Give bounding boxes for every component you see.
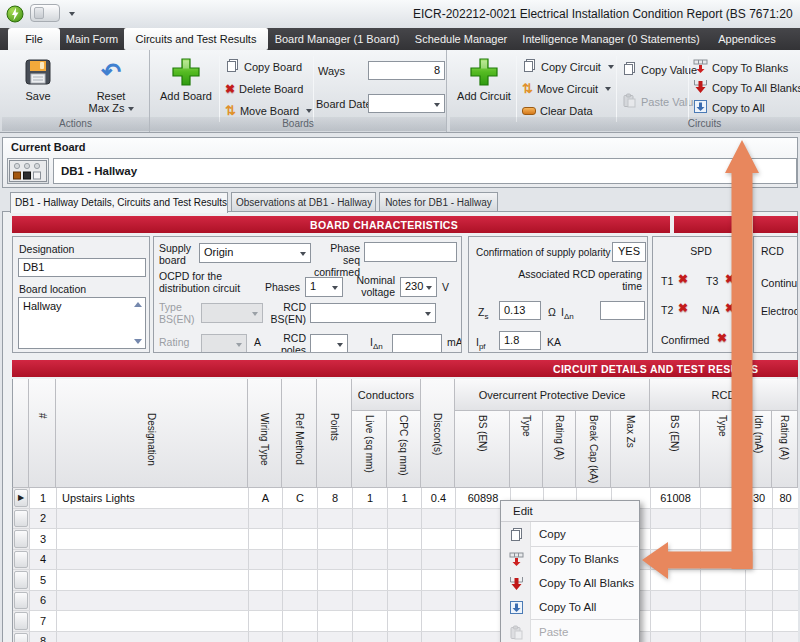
cell-rcd-idn[interactable] — [746, 591, 773, 611]
cell-rcd-type[interactable] — [701, 632, 746, 642]
cell-wiring-type[interactable] — [249, 591, 283, 611]
copy-to-all-button[interactable]: Copy to All — [693, 98, 765, 117]
ways-input[interactable]: 8 — [368, 61, 445, 80]
cell-ref-method[interactable] — [283, 591, 318, 611]
cell-designation[interactable] — [57, 550, 249, 570]
cell-wiring-type[interactable] — [249, 529, 283, 549]
cell-rcd-bs-en[interactable] — [651, 550, 701, 570]
copy-value-button[interactable]: Copy Value — [622, 60, 697, 79]
menu-item-copy[interactable]: Copy — [501, 522, 639, 546]
cell-rcd-rating[interactable] — [773, 632, 798, 642]
cell-ref-method[interactable] — [283, 529, 318, 549]
nominal-voltage-combo[interactable]: 230 — [400, 277, 437, 297]
cell-designation[interactable] — [57, 591, 249, 611]
zs-input[interactable]: 0.13 — [499, 301, 541, 320]
cell-rcd-type[interactable] — [701, 570, 746, 590]
idn-input[interactable] — [392, 334, 442, 353]
cell-wiring-type[interactable] — [249, 611, 283, 631]
board-icon[interactable] — [7, 158, 49, 184]
header-ops-bs-en[interactable]: BS (EN) — [455, 411, 510, 488]
spd-t3-mark-icon[interactable]: ✖ — [725, 273, 735, 285]
cell-rcd-bs-en[interactable] — [651, 509, 701, 529]
menu-item-edit[interactable]: Edit — [501, 501, 639, 522]
spd-na-mark-icon[interactable]: ✖ — [725, 302, 735, 314]
cell-wiring-type[interactable] — [249, 632, 283, 642]
cell-rcd-idn[interactable] — [746, 529, 773, 549]
cell-designation[interactable]: Upstairs Lights — [57, 488, 249, 508]
cell-cpc[interactable] — [388, 611, 422, 631]
cell-points[interactable] — [318, 509, 353, 529]
polarity-input[interactable]: YES — [612, 242, 646, 262]
spd-confirmed-mark-icon[interactable]: ✖ — [717, 332, 727, 344]
header-rcd-rating[interactable]: Rating (A) — [772, 411, 798, 488]
scroll-up-icon[interactable] — [134, 302, 142, 307]
header-ref-method[interactable]: Ref Method — [282, 379, 317, 488]
cell-live[interactable] — [353, 611, 388, 631]
tab-main-form[interactable]: Main Form — [60, 28, 124, 50]
rcd-bsen-combo[interactable] — [310, 303, 436, 323]
header-wiring-type[interactable]: Wiring Type — [248, 379, 282, 488]
copy-circuit-button[interactable]: Copy Circuit — [522, 57, 614, 76]
cell-rcd-idn[interactable] — [746, 550, 773, 570]
cell-live[interactable] — [353, 550, 388, 570]
header-ops-type[interactable]: Type — [510, 411, 543, 488]
table-row[interactable]: 5 — [13, 570, 798, 591]
cell-rcd-rating[interactable] — [773, 509, 798, 529]
phases-combo[interactable]: 1 — [305, 277, 343, 297]
copy-board-button[interactable]: Copy Board — [225, 57, 302, 76]
cell-designation[interactable] — [57, 632, 249, 642]
cell-discon[interactable]: 0.4 — [422, 488, 456, 508]
cell-rcd-rating[interactable]: 80 — [773, 488, 798, 508]
rcd-poles-combo[interactable] — [310, 334, 348, 353]
header-ops-rating[interactable]: Rating (A) — [543, 411, 576, 488]
row-selector[interactable] — [13, 611, 30, 631]
cell-rcd-bs-en[interactable] — [651, 529, 701, 549]
cell-rcd-idn[interactable]: 30 — [746, 488, 773, 508]
cell-rcd-type[interactable] — [701, 529, 746, 549]
row-selector[interactable] — [13, 550, 30, 570]
cell-rcd-idn[interactable] — [746, 632, 773, 642]
idn-operating-time-input[interactable] — [600, 301, 645, 320]
board-location-input[interactable]: Hallway — [18, 297, 146, 349]
cell-live[interactable] — [353, 529, 388, 549]
cell-designation[interactable] — [57, 611, 249, 631]
cell-points[interactable] — [318, 611, 353, 631]
header-live[interactable]: Live (sq mm) — [352, 411, 387, 488]
cell-live[interactable] — [353, 509, 388, 529]
cell-cpc[interactable]: 1 — [388, 488, 422, 508]
header-rcd-bs-en[interactable]: BS (EN) — [650, 411, 700, 488]
spd-t2-mark-icon[interactable]: ✖ — [678, 302, 688, 314]
cell-rcd-type[interactable] — [701, 591, 746, 611]
cell-designation[interactable] — [57, 529, 249, 549]
cell-discon[interactable] — [422, 611, 456, 631]
board-date-combo[interactable] — [368, 94, 445, 113]
cell-discon[interactable] — [422, 529, 456, 549]
row-selector[interactable] — [13, 509, 30, 529]
header-ops-break-cap[interactable]: Break Cap (kA) — [576, 411, 611, 488]
spd-t1-mark-icon[interactable]: ✖ — [678, 273, 688, 285]
cell-rcd-rating[interactable] — [773, 570, 798, 590]
row-selector[interactable] — [13, 632, 30, 642]
scroll-down-icon[interactable] — [134, 339, 142, 344]
tab-appendices[interactable]: Appendices — [706, 28, 788, 50]
copy-to-blanks-button[interactable]: Copy To Blanks — [693, 58, 788, 77]
designation-input[interactable]: DB1 — [18, 258, 146, 277]
cell-rcd-bs-en[interactable] — [651, 611, 701, 631]
table-row[interactable]: 7 — [13, 611, 798, 632]
header-num[interactable]: # — [29, 379, 56, 488]
table-row[interactable]: 2 — [13, 509, 798, 530]
tab-intelligence-manager[interactable]: Intelligence Manager (0 Statements) — [516, 28, 706, 50]
tab-schedule-manager[interactable]: Schedule Manager — [406, 28, 516, 50]
cell-rcd-rating[interactable] — [773, 550, 798, 570]
cell-rcd-type[interactable] — [701, 611, 746, 631]
cell-discon[interactable] — [422, 570, 456, 590]
cell-designation[interactable] — [57, 570, 249, 590]
cell-rcd-bs-en[interactable] — [651, 591, 701, 611]
copy-to-all-blanks-button[interactable]: Copy To All Blanks — [693, 78, 800, 97]
cell-rcd-bs-en[interactable]: 61008 — [651, 488, 701, 508]
row-selector[interactable] — [13, 570, 30, 590]
header-cpc[interactable]: CPC (sq mm) — [387, 411, 421, 488]
cell-rcd-rating[interactable] — [773, 611, 798, 631]
header-discon[interactable]: Discon(s) — [421, 379, 455, 488]
cell-rcd-idn[interactable] — [746, 611, 773, 631]
